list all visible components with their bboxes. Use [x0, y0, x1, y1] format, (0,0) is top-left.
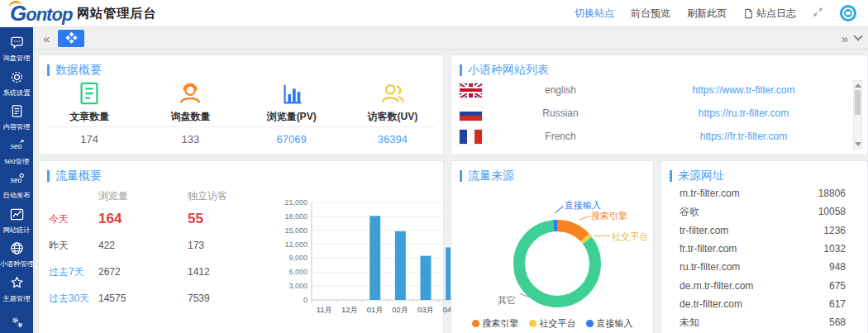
- svg-text:03月: 03月: [417, 305, 434, 314]
- referrer-name: m.tr-filter.com: [680, 188, 740, 199]
- site-url-link[interactable]: https://ru.tr-filter.com: [639, 107, 848, 119]
- tabs-dropdown-icon[interactable]: [853, 31, 862, 40]
- callout-line: [594, 235, 610, 236]
- legend-label: 社交平台: [540, 317, 576, 330]
- tab-dashboard[interactable]: [58, 30, 84, 47]
- stat-value-articles: 174: [39, 133, 140, 145]
- uv-value: 55: [188, 211, 254, 227]
- col-header-pv: 浏览量: [98, 189, 188, 203]
- referrer-name: tr-filter.com: [680, 225, 728, 236]
- list-scrollbar[interactable]: [853, 80, 862, 150]
- stats-row: 文章数量 询盘数量 浏览量(PV) 访客数(UV): [39, 80, 443, 124]
- list-item: fr.tr-filter.com 1032: [661, 240, 867, 258]
- pv-value: 164: [98, 211, 188, 227]
- svg-text:12,000: 12,000: [284, 240, 308, 249]
- legend-item[interactable]: 社交平台: [529, 317, 576, 330]
- stat-values-row: 174 133 67069 36394: [39, 133, 443, 145]
- document-icon: [743, 8, 754, 19]
- referrer-name: 未知: [680, 316, 699, 330]
- svg-text:6,000: 6,000: [289, 268, 308, 276]
- sidebar-item-plugins[interactable]: [0, 307, 33, 333]
- stat-value-uv[interactable]: 36394: [342, 133, 443, 145]
- list-item: tr-filter.com 1236: [661, 221, 867, 240]
- nav-refresh-page[interactable]: 刷新此页: [687, 7, 727, 21]
- nav-front-preview[interactable]: 前台预览: [631, 7, 670, 21]
- traffic-source-donut-chart: [503, 210, 611, 317]
- sidebar-item-label: 网站统计: [2, 225, 30, 235]
- stats-divider: [47, 126, 435, 127]
- scroll-down-icon[interactable]: [855, 142, 861, 146]
- sidebar-item-seo[interactable]: seo seo管理: [0, 136, 33, 170]
- row-label-past7days[interactable]: 过去7天: [49, 265, 98, 279]
- pv-bars-icon: [279, 80, 305, 107]
- traffic-table: 浏览量 独立访客 今天 164 55 昨天 422 173 过去7天 2672 …: [49, 186, 272, 312]
- sidebar-item-auto-publish[interactable]: seo 自动发布: [0, 169, 33, 204]
- uk-flag-icon: [460, 83, 482, 98]
- referrer-count: 675: [829, 280, 846, 292]
- title-accent-bar: [47, 64, 50, 76]
- sidebar-item-inquiry[interactable]: 询盘管理: [0, 32, 33, 67]
- nav-site-log[interactable]: 站点日志: [743, 7, 796, 21]
- sidebar-item-theme[interactable]: 主题管理: [0, 273, 33, 307]
- scroll-up-icon[interactable]: [855, 83, 861, 88]
- russia-flag-icon: [460, 107, 482, 121]
- row-label-past30days[interactable]: 过去30天: [49, 292, 98, 306]
- panel-data-summary: 数据概要 文章数量 询盘数量 浏览量(PV): [38, 55, 444, 155]
- list-item: ru.tr-filter.com 948: [661, 258, 867, 276]
- section-title-multilingual: 小语种网站列表: [451, 55, 867, 78]
- sidebar-item-site-stats[interactable]: 网站统计: [0, 204, 33, 239]
- site-url-link[interactable]: https://fr.tr-filter.com: [639, 131, 848, 142]
- gear-icon: [9, 69, 25, 85]
- tabs-scroll-left-icon[interactable]: «: [40, 32, 53, 45]
- sidebar-item-content[interactable]: 内容管理: [0, 101, 33, 136]
- referrer-list: m.tr-filter.com 18806 谷歌 10058 tr-filter…: [661, 184, 867, 331]
- panel-referrer-urls: 来源网址 m.tr-filter.com 18806 谷歌 10058 tr-f…: [661, 160, 868, 333]
- sidebar-nav: 询盘管理 系统设置 内容管理 seo seo管理 seo 自动发布 网站统计: [0, 27, 33, 333]
- sidebar-item-multilingual[interactable]: 小语种管理: [0, 238, 33, 273]
- legend-item[interactable]: 搜索引擎: [472, 317, 519, 330]
- fullscreen-icon[interactable]: [813, 7, 823, 20]
- uv-value: 7539: [188, 293, 254, 304]
- list-item: m.tr-filter.com 18806: [661, 184, 867, 202]
- table-row: 过去7天 2672 1412: [49, 259, 272, 285]
- stat-value-inquiries: 133: [140, 133, 241, 145]
- svg-text:11月: 11月: [317, 305, 332, 314]
- section-title-data-summary: 数据概要: [39, 55, 443, 78]
- svg-text:01月: 01月: [367, 305, 384, 314]
- legend-item[interactable]: 直接输入: [586, 317, 633, 330]
- nav-switch-site[interactable]: 切换站点: [575, 7, 614, 21]
- referrer-count: 18806: [818, 188, 846, 199]
- title-accent-bar: [670, 170, 672, 182]
- section-title-traffic-source: 流量来源: [451, 161, 653, 183]
- app-title: 网站管理后台: [77, 6, 156, 21]
- stat-value-pv[interactable]: 67069: [241, 133, 342, 145]
- app-header: Gontop 网站管理后台 切换站点 前台预览 刷新此页 站点日志: [0, 0, 868, 27]
- referrer-name: de.m.tr-filter.com: [680, 280, 753, 292]
- sidebar-item-system-settings[interactable]: 系统设置: [0, 67, 33, 102]
- uv-value: 173: [188, 240, 254, 251]
- stat-label: 访客数(UV): [368, 110, 418, 124]
- panel-title: 小语种网站列表: [468, 63, 549, 78]
- svg-text:15,000: 15,000: [284, 226, 308, 235]
- referrer-count: 1032: [823, 243, 846, 255]
- referrer-count: 617: [829, 298, 846, 310]
- referrer-count: 10058: [818, 206, 846, 217]
- dashboard-diamond-icon: [65, 31, 79, 45]
- tabs-scroll-right-icon[interactable]: »: [838, 32, 851, 45]
- title-accent-bar: [47, 170, 50, 182]
- referrer-name: ru.tr-filter.com: [680, 261, 740, 273]
- site-language: Russian: [482, 107, 639, 119]
- referrer-count: 1236: [823, 225, 846, 236]
- inquiry-headset-icon: [177, 80, 203, 107]
- uv-people-icon: [379, 80, 406, 107]
- svg-text:02月: 02月: [392, 305, 408, 314]
- panel-title: 来源网址: [678, 169, 724, 183]
- stat-inquiry-count: 询盘数量: [140, 80, 241, 124]
- list-item: de.tr-filter.com 617: [661, 295, 867, 313]
- panel-traffic-summary: 流量概要 浏览量 独立访客 今天 164 55 昨天 422 173 过去7天 …: [38, 160, 444, 333]
- panel-title: 流量概要: [55, 169, 102, 183]
- scrollbar-thumb[interactable]: [855, 90, 861, 115]
- seo-publish-icon: seo: [9, 172, 25, 188]
- site-url-link[interactable]: https://www.tr-filter.com: [639, 84, 848, 96]
- user-avatar[interactable]: [840, 5, 856, 21]
